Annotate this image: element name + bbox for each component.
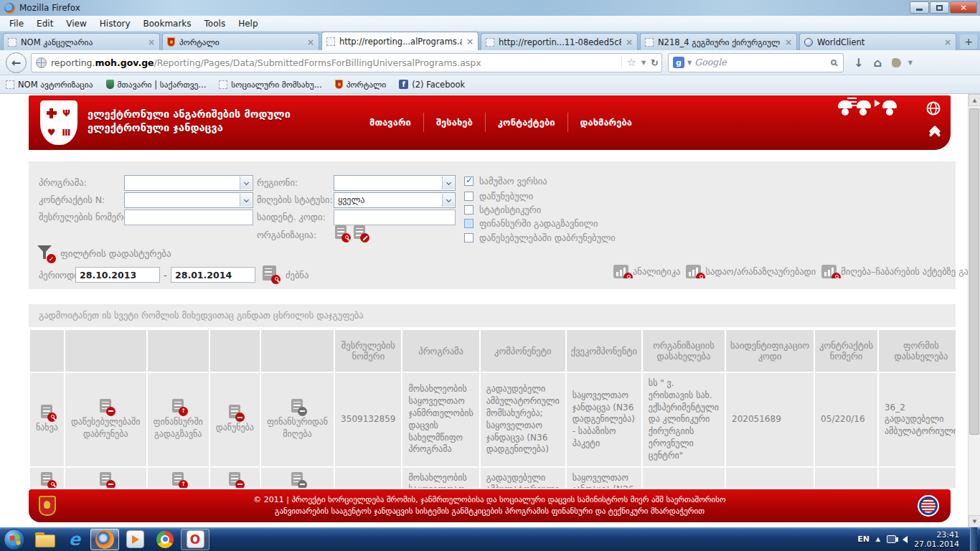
tab-close-icon[interactable]: × — [944, 37, 951, 47]
tab-n218[interactable]: N218_4 გეგმიური ქირურგიულ... × — [640, 33, 797, 50]
show-desktop-button[interactable] — [970, 527, 977, 551]
tab-close-icon[interactable]: × — [626, 37, 633, 47]
receive-from-finance-action[interactable]: ფინანსურიდან მიღება — [261, 373, 334, 466]
view-action[interactable]: ნახვა — [30, 373, 64, 466]
checkbox-returned-to-institution[interactable]: დაწესებულებაში დაბრუნებული — [464, 232, 616, 243]
bookmark-mtavari[interactable]: მთავარი | საქართვე... — [106, 80, 207, 90]
disputed-button[interactable]: სადაო/არანაზღაურებადი — [686, 265, 816, 278]
checkbox[interactable] — [464, 233, 473, 242]
taskbar-explorer[interactable] — [30, 529, 59, 550]
return-to-institution-action[interactable]: დაწესებულებაში დაბრუნება — [65, 373, 146, 466]
contract-select[interactable] — [124, 192, 253, 208]
search-bar[interactable]: g ▼ — [668, 53, 844, 72]
checkbox[interactable] — [464, 192, 473, 201]
bookmark-facebook[interactable]: f(2) Facebook — [399, 80, 465, 90]
close-button[interactable]: × — [950, 1, 977, 14]
select-arrow-icon[interactable] — [442, 194, 454, 207]
col-contract-number[interactable]: კონტრაქტის ნომერი — [815, 330, 877, 372]
col-subcomponent[interactable]: ქვეკომპონენტი — [567, 330, 641, 372]
tray-expand-icon[interactable]: ▲ — [876, 536, 880, 542]
taskbar-opera[interactable]: O — [181, 529, 209, 550]
col-actions[interactable] — [30, 330, 64, 372]
col-actions[interactable] — [65, 330, 146, 372]
site-nav-about[interactable]: შესახებ — [423, 113, 485, 132]
col-organization[interactable]: ორგანიზაციის დასახელება — [643, 330, 725, 372]
tab-worldclient[interactable]: WorldClient × — [799, 33, 956, 50]
col-actions[interactable] — [148, 330, 209, 372]
home-icon[interactable]: ⌂ — [873, 56, 881, 70]
site-nav-home[interactable]: მთავარი — [357, 113, 423, 132]
scroll-up-button[interactable]: ▲ — [969, 94, 980, 106]
bookmark-nom[interactable]: NOM ავტორიზაცია — [6, 80, 93, 90]
checkbox-statistical[interactable]: სტატისტიკური — [464, 204, 541, 215]
view-action[interactable] — [30, 468, 64, 488]
search-icon[interactable] — [831, 60, 837, 65]
send-to-finance-action[interactable]: ↑ფინანსურში გადაგზავნა — [148, 373, 209, 466]
select-arrow-icon[interactable] — [240, 176, 252, 189]
taskbar-media-player[interactable] — [121, 529, 149, 550]
tab-close-icon[interactable]: × — [785, 37, 792, 47]
volume-icon[interactable] — [903, 536, 908, 543]
site-nav-help[interactable]: დახმარება — [567, 113, 644, 132]
checkbox-checked[interactable]: ✓ — [464, 176, 473, 186]
tab-reporting-2[interactable]: http://reportin...11-08eded5c83dc × — [481, 33, 638, 50]
acceptance-acts-button[interactable]: მიღება–ჩაბარების აქტებზე გადასვ — [821, 265, 980, 278]
scrollbar-thumb[interactable] — [969, 108, 979, 435]
site-identity-globe-icon[interactable] — [36, 57, 47, 68]
minimize-button[interactable] — [910, 1, 929, 14]
bookmark-social[interactable]: სოციალური მომსახუ... — [219, 80, 321, 90]
search-input[interactable] — [694, 57, 828, 67]
search-label[interactable]: ძებნა — [286, 270, 308, 281]
receive-from-finance-action[interactable] — [261, 468, 334, 488]
program-select[interactable] — [124, 175, 253, 191]
toolbar-overflow-icon[interactable]: ▼ — [908, 60, 913, 66]
analytics-button[interactable]: ანალიტიკა — [613, 265, 680, 278]
url-bar[interactable]: reporting.moh.gov.ge/Reporting/Pages/Dat… — [31, 53, 662, 72]
back-button[interactable]: ← — [6, 52, 27, 73]
bookmark-portal[interactable]: პორტალი — [335, 80, 387, 90]
filter-confirm-button[interactable]: ✓ ფილტრის დადასტურება — [37, 245, 171, 262]
select-arrow-icon[interactable] — [442, 176, 454, 189]
tab-reporting-active[interactable]: http://reporting...alPrograms.aspx × — [321, 32, 479, 50]
region-select[interactable] — [334, 175, 456, 191]
checkbox-working-version[interactable]: ✓ სამუშაო ვერსია — [464, 176, 547, 187]
status-select[interactable]: ყველა — [334, 192, 456, 208]
send-to-finance-action[interactable]: ↑ — [148, 468, 209, 488]
col-program[interactable]: პროგრამა — [402, 330, 479, 372]
page-scrollbar[interactable]: ▲ ▼ — [968, 94, 980, 527]
menu-view[interactable]: View — [60, 17, 93, 30]
checkbox[interactable] — [464, 219, 473, 228]
taskbar-firefox-active[interactable] — [90, 529, 119, 550]
google-engine-icon[interactable]: g — [673, 57, 684, 68]
select-arrow-icon[interactable] — [240, 194, 252, 207]
col-component[interactable]: კომპონენეტი — [481, 330, 565, 372]
collapse-header-button[interactable] — [930, 127, 939, 134]
tab-close-icon[interactable]: × — [466, 37, 473, 47]
organization-clear-icon[interactable] — [354, 225, 365, 239]
reject-action[interactable] — [210, 468, 260, 488]
col-actions[interactable] — [261, 330, 334, 372]
taskbar-clock[interactable]: 23:41 27.01.2014 — [914, 530, 959, 549]
checkbox[interactable] — [464, 205, 473, 215]
window-titlebar[interactable]: Mozilla Firefox × — [0, 0, 980, 16]
menu-tools[interactable]: Tools — [198, 17, 232, 30]
execution-number-input[interactable] — [124, 209, 253, 225]
site-nav-contacts[interactable]: კონტაქტები — [485, 113, 567, 132]
col-execution-number[interactable]: შესრულების ნომერი — [335, 330, 401, 372]
col-form-name[interactable]: ფორმის დასახელება — [879, 330, 956, 372]
language-indicator[interactable]: EN — [857, 534, 870, 544]
language-globe-icon[interactable] — [926, 101, 941, 118]
bookmark-star-icon[interactable]: ☆ — [626, 56, 636, 69]
menu-history[interactable]: History — [93, 17, 137, 30]
organization-search-icon[interactable] — [335, 225, 347, 239]
search-doc-icon[interactable] — [263, 265, 276, 281]
menu-help[interactable]: Help — [232, 17, 264, 30]
reject-action[interactable]: დაწუნება — [210, 373, 260, 466]
menu-file[interactable]: File — [3, 17, 30, 30]
checkbox-sent-to-finance[interactable]: ფინანსურში გადაგზავნილი — [464, 218, 598, 229]
menu-bookmarks[interactable]: Bookmarks — [137, 17, 198, 30]
reload-icon[interactable]: ↻ — [651, 57, 659, 68]
period-from-input[interactable] — [75, 267, 160, 283]
tab-close-icon[interactable]: × — [148, 37, 155, 47]
engine-dropdown-icon[interactable]: ▼ — [687, 60, 692, 66]
